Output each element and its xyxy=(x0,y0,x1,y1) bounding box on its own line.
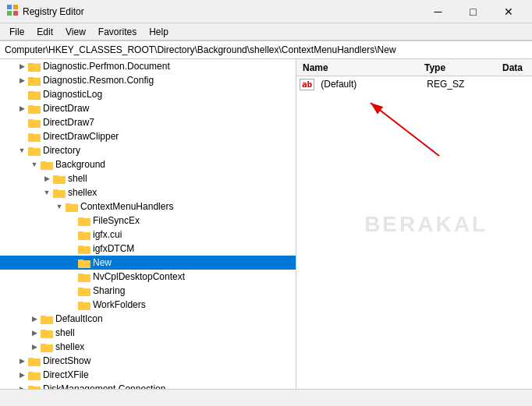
svg-rect-28 xyxy=(66,203,71,205)
expander-icon xyxy=(66,256,78,270)
tree-label: FileSyncEx xyxy=(93,215,140,226)
tree-label: WorkFolders xyxy=(93,299,146,310)
svg-rect-13 xyxy=(28,106,41,114)
menu-favorites[interactable]: Favorites xyxy=(92,25,143,39)
svg-rect-37 xyxy=(78,274,90,282)
svg-rect-36 xyxy=(78,259,83,261)
tree-item-filesyncex[interactable]: FileSyncEx xyxy=(0,214,296,228)
svg-rect-40 xyxy=(78,288,83,289)
svg-rect-25 xyxy=(53,190,66,198)
svg-rect-30 xyxy=(78,217,83,219)
menu-edit[interactable]: Edit xyxy=(30,25,59,39)
reg-value-icon: ab xyxy=(300,79,314,90)
svg-rect-42 xyxy=(78,302,83,303)
tree-item-defaulticon[interactable]: DefaultIcon xyxy=(0,312,296,326)
folder-icon xyxy=(78,243,90,254)
tree-item-diskmanagement[interactable]: DiskManagement.Connection xyxy=(0,382,296,389)
expander-icon[interactable] xyxy=(41,185,53,199)
expander-icon[interactable] xyxy=(16,101,28,115)
tree-item-nvcpldesktop[interactable]: NvCplDesktopContext xyxy=(0,270,296,284)
expander-icon[interactable] xyxy=(28,326,41,340)
tree-item-contextmenuhandlers[interactable]: ContextMenuHandlers xyxy=(0,199,296,214)
tree-item-diagnosticlog[interactable]: DiagnosticLog xyxy=(0,87,296,101)
tree-item-directshow[interactable]: DirectShow xyxy=(0,354,296,368)
expander-icon[interactable] xyxy=(16,143,28,157)
svg-rect-14 xyxy=(28,105,34,107)
maximize-button[interactable]: □ xyxy=(456,0,491,23)
expander-icon[interactable] xyxy=(28,340,41,354)
tree-item-diagnostic-resmon[interactable]: Diagnostic.Resmon.Config xyxy=(0,73,296,87)
folder-icon xyxy=(28,89,41,100)
svg-rect-18 xyxy=(28,133,34,135)
expander-icon xyxy=(66,242,78,256)
menu-help[interactable]: Help xyxy=(143,25,175,39)
svg-rect-2 xyxy=(7,11,12,16)
tree-item-directory[interactable]: Directory xyxy=(0,143,296,157)
tree-panel[interactable]: Diagnostic.Perfmon.Document Diagnostic.R… xyxy=(0,59,296,389)
svg-rect-27 xyxy=(66,204,78,212)
tree-item-directdraw7[interactable]: DirectDraw7 xyxy=(0,115,296,129)
tree-label: DiskManagement.Connection xyxy=(43,383,165,389)
tree-item-shell2[interactable]: shell xyxy=(0,326,296,340)
minimize-button[interactable]: ─ xyxy=(420,0,456,23)
folder-icon-open xyxy=(41,159,53,170)
folder-icon xyxy=(41,313,53,324)
svg-rect-46 xyxy=(41,330,46,331)
folder-icon xyxy=(28,131,41,142)
tree-item-directxfile[interactable]: DirectXFile xyxy=(0,368,296,382)
tree-item-workfolders[interactable]: WorkFolders xyxy=(0,298,296,312)
svg-rect-17 xyxy=(28,134,41,142)
folder-icon xyxy=(78,257,90,268)
tree-item-shellex2[interactable]: shellex xyxy=(0,340,296,354)
expander-icon[interactable] xyxy=(16,382,28,389)
svg-rect-1 xyxy=(13,5,18,9)
expander-icon[interactable] xyxy=(41,171,53,185)
folder-icon-open xyxy=(28,145,41,156)
app-icon xyxy=(6,4,19,19)
tree-item-sharing[interactable]: Sharing xyxy=(0,284,296,298)
tree-item-igfxcui[interactable]: igfx.cui xyxy=(0,228,296,242)
expander-icon[interactable] xyxy=(16,73,28,87)
folder-icon xyxy=(78,229,90,240)
tree-label: DefaultIcon xyxy=(55,313,103,324)
folder-icon xyxy=(78,299,90,310)
folder-icon xyxy=(78,215,90,226)
menu-view[interactable]: View xyxy=(59,25,92,39)
expander-icon xyxy=(16,87,28,101)
expander-icon[interactable] xyxy=(16,59,28,73)
expander-icon[interactable] xyxy=(16,368,28,382)
folder-icon-open xyxy=(53,187,66,198)
tree-item-directdraw[interactable]: DirectDraw xyxy=(0,101,296,115)
svg-rect-29 xyxy=(78,218,90,226)
svg-rect-35 xyxy=(78,260,90,268)
tree-item-new[interactable]: New xyxy=(0,256,296,270)
folder-icon xyxy=(28,383,41,389)
tree-item-igfxdtcm[interactable]: igfxDTCM xyxy=(0,242,296,256)
tree-item-shellex1[interactable]: shellex xyxy=(0,185,296,199)
expander-icon[interactable] xyxy=(28,157,41,171)
svg-rect-16 xyxy=(28,119,34,121)
tree-item-diagnostic-perfmon[interactable]: Diagnostic.Perfmon.Document xyxy=(0,59,296,73)
window-controls: ─ □ ✕ xyxy=(420,0,526,23)
menu-file[interactable]: File xyxy=(3,25,30,39)
title-bar: Registry Editor ─ □ ✕ xyxy=(0,0,532,23)
tree-item-shell1[interactable]: shell xyxy=(0,171,296,185)
expander-icon xyxy=(16,115,28,129)
tree-item-background[interactable]: Background xyxy=(0,157,296,171)
tree-label: Directory xyxy=(43,145,80,156)
folder-icon xyxy=(28,75,41,86)
svg-rect-49 xyxy=(28,358,41,366)
right-panel: BERAKAL Name Type Data ab (Default) REG_… xyxy=(296,59,532,389)
close-button[interactable]: ✕ xyxy=(491,0,526,23)
registry-row-default[interactable]: ab (Default) REG_SZ xyxy=(296,76,532,92)
svg-rect-4 xyxy=(28,64,41,72)
svg-line-56 xyxy=(371,103,439,156)
tree-item-directdrawclipper[interactable]: DirectDrawClipper xyxy=(0,129,296,143)
tree-label: igfxDTCM xyxy=(93,243,134,254)
expander-icon[interactable] xyxy=(53,199,66,214)
svg-rect-0 xyxy=(7,5,12,9)
tree-label: DirectDraw xyxy=(43,103,89,114)
expander-icon[interactable] xyxy=(16,354,28,368)
address-bar[interactable]: Computer\HKEY_CLASSES_ROOT\Directory\Bac… xyxy=(0,41,532,59)
expander-icon[interactable] xyxy=(28,312,41,326)
